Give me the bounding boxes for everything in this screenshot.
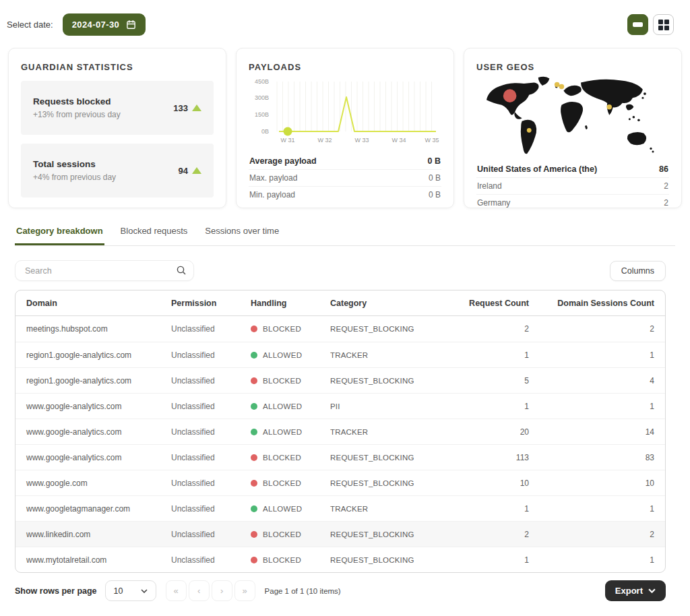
tab-bar: Category breakdown Blocked requests Sess… (15, 223, 675, 246)
col-header-category: Category (330, 299, 455, 308)
cell-handling: ALLOWED (251, 428, 330, 436)
payload-stat-value: 0 B (428, 156, 441, 166)
tab-blocked-requests[interactable]: Blocked requests (119, 223, 189, 245)
col-header-domain-sessions-count: Domain Sessions Count (529, 299, 654, 308)
handling-dot-icon (251, 377, 257, 384)
geo-count: 2 (664, 198, 668, 208)
stat-value: 133 (173, 103, 188, 113)
next-page-button[interactable]: › (212, 580, 232, 601)
tab-sessions-over-time[interactable]: Sessions over time (203, 223, 280, 245)
cell-handling: BLOCKED (251, 556, 330, 564)
chevron-down-icon (648, 588, 656, 593)
handling-label: BLOCKED (263, 556, 301, 564)
cell-permission: Unclassified (171, 504, 251, 514)
table-footer: Show rows per page 10 « ‹ › » Page 1 of … (15, 580, 666, 601)
page-info: Page 1 of 1 (10 items) (265, 587, 341, 595)
payload-stat-label: Max. payload (249, 173, 297, 183)
cell-request-count: 1 (455, 402, 529, 411)
guardian-statistics-card: GUARDIAN STATISTICS Requests blocked +13… (8, 48, 226, 208)
cell-domain: region1.google-analytics.com (26, 350, 171, 360)
rows-per-page-value: 10 (114, 586, 123, 596)
first-page-button[interactable]: « (166, 580, 187, 601)
table-row: www.linkedin.com Unclassified BLOCKED RE… (15, 521, 665, 547)
cell-permission: Unclassified (171, 530, 251, 539)
previous-page-button[interactable]: ‹ (189, 580, 210, 601)
date-value: 2024-07-30 (72, 20, 120, 30)
handling-dot-icon (251, 352, 257, 359)
rows-per-page-select[interactable]: 10 (105, 580, 156, 601)
user-geos-card: USER GEOS (464, 48, 682, 208)
geo-count: 2 (664, 181, 668, 191)
cell-domain: region1.google-analytics.com (26, 376, 171, 386)
handling-label: BLOCKED (263, 325, 301, 333)
x-tick: W 32 (317, 137, 332, 144)
col-header-handling: Handling (251, 299, 330, 308)
table-row: region1.google-analytics.com Unclassifie… (15, 342, 665, 367)
view-toggle (627, 14, 674, 35)
y-tick: 0B (261, 128, 269, 135)
cell-handling: ALLOWED (251, 505, 330, 513)
handling-label: BLOCKED (263, 530, 301, 538)
handling-dot-icon (251, 326, 257, 332)
grid-view-button[interactable] (653, 14, 674, 35)
cell-request-count: 2 (455, 324, 529, 334)
cell-permission: Unclassified (171, 555, 251, 565)
y-tick: 300B (255, 94, 269, 101)
cell-handling: ALLOWED (251, 351, 330, 359)
y-tick: 150B (255, 111, 269, 118)
columns-button[interactable]: Columns (610, 261, 666, 281)
cell-handling: BLOCKED (251, 454, 330, 462)
chart-gridlines (277, 82, 432, 131)
cell-request-count: 1 (455, 555, 529, 565)
cell-category: PII (330, 402, 455, 410)
stat-value: 94 (179, 166, 188, 176)
export-label: Export (615, 586, 643, 596)
handling-label: ALLOWED (263, 428, 302, 436)
list-view-icon (633, 22, 643, 27)
table-row: www.google.com Unclassified BLOCKED REQU… (15, 470, 665, 495)
category-breakdown-table: Domain Permission Handling Category Requ… (15, 290, 666, 573)
handling-dot-icon (251, 531, 257, 538)
tab-category-breakdown[interactable]: Category breakdown (15, 223, 104, 245)
cell-domain-sessions-count: 1 (529, 504, 654, 514)
handling-label: ALLOWED (263, 505, 302, 513)
list-item: Germany 2 (476, 195, 669, 211)
payload-stat-label: Average payload (249, 156, 317, 166)
search-input[interactable] (15, 260, 194, 281)
cell-category: REQUEST_BLOCKING (330, 377, 455, 385)
handling-dot-icon (251, 480, 257, 487)
cell-handling: BLOCKED (251, 377, 330, 385)
search-wrap (15, 260, 194, 281)
x-tick: W 33 (354, 137, 369, 144)
payloads-line-chart: 0B 150B 300B 450B W 31 W 32 W 33 W 34 W … (249, 75, 441, 148)
handling-dot-icon (251, 429, 257, 435)
cell-permission: Unclassified (171, 453, 251, 462)
cell-handling: BLOCKED (251, 325, 330, 333)
world-map (481, 73, 664, 156)
cell-domain-sessions-count: 1 (529, 402, 654, 411)
list-view-button[interactable] (627, 14, 648, 35)
calendar-icon (126, 20, 136, 30)
table-row: www.google-analytics.com Unclassified AL… (15, 393, 665, 419)
payload-stats-list: Average payload 0 B Max. payload 0 B Min… (249, 153, 441, 203)
payloads-card: PAYLOADS 0B 150B 300B 450B (236, 48, 454, 208)
cell-request-count: 1 (455, 504, 529, 514)
cell-handling: BLOCKED (251, 479, 330, 487)
cell-permission: Unclassified (171, 350, 251, 360)
last-page-button[interactable]: » (234, 580, 255, 601)
date-picker-button[interactable]: 2024-07-30 (63, 13, 146, 36)
handling-label: ALLOWED (263, 402, 302, 410)
stat-total-sessions: Total sessions +4% from previous day 94 (21, 144, 214, 197)
cell-request-count: 113 (455, 453, 529, 462)
handling-dot-icon (251, 454, 257, 461)
payload-stat-label: Min. payload (249, 190, 295, 199)
x-tick: W 34 (391, 137, 406, 144)
col-header-permission: Permission (171, 299, 251, 308)
export-button[interactable]: Export (605, 580, 666, 601)
table-row: www.google-analytics.com Unclassified AL… (15, 419, 665, 444)
cell-category: REQUEST_BLOCKING (330, 530, 455, 538)
cell-domain-sessions-count: 10 (529, 479, 654, 488)
cell-request-count: 10 (455, 479, 529, 488)
list-item: Ireland 2 (476, 178, 669, 195)
cell-domain: www.google-analytics.com (26, 453, 171, 462)
